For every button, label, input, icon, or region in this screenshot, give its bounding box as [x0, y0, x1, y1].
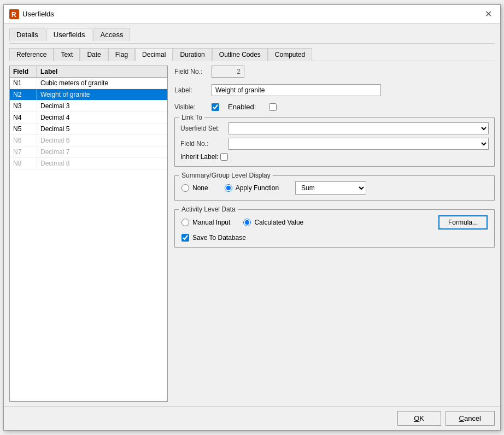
- field-row-n4[interactable]: N4 Decimal 4: [10, 112, 167, 124]
- save-db-row: Save To Database: [181, 234, 488, 242]
- manual-input-label: Manual Input: [192, 219, 230, 226]
- none-radio[interactable]: [181, 184, 189, 192]
- sub-tab-text[interactable]: Text: [54, 48, 80, 61]
- activity-radios: Manual Input Calculated Value: [181, 219, 303, 226]
- field-row-n8[interactable]: N8 Decimal 8: [10, 158, 167, 169]
- ok-rest: K: [419, 414, 424, 422]
- visible-label: Visible:: [174, 103, 207, 111]
- app-icon: R: [9, 9, 19, 19]
- field-row-n5[interactable]: N5 Decimal 5: [10, 124, 167, 135]
- field-id-n4: N4: [10, 112, 37, 123]
- field-label-n3: Decimal 3: [37, 101, 167, 111]
- activity-radio-row: Manual Input Calculated Value Formula...: [181, 215, 488, 230]
- close-button[interactable]: ✕: [482, 8, 495, 21]
- dialog-content: Details Userfields Access Reference Text…: [4, 23, 500, 406]
- tab-userfields[interactable]: Userfields: [46, 28, 92, 42]
- title-bar: R Userfields ✕: [4, 5, 500, 23]
- field-no-input[interactable]: [212, 66, 244, 78]
- field-id-n3: N3: [10, 101, 37, 111]
- title-bar-left: R Userfields: [9, 9, 54, 19]
- field-id-n1: N1: [10, 78, 37, 89]
- save-to-database-checkbox[interactable]: [181, 234, 189, 242]
- calculated-value-label: Calculated Value: [254, 219, 303, 226]
- field-label-n5: Decimal 5: [37, 124, 167, 134]
- summary-group: Summary/Group Level Display None Apply F…: [174, 175, 495, 201]
- function-select[interactable]: Sum Average Min Max Count: [295, 181, 366, 195]
- col-header-field: Field: [10, 66, 37, 77]
- dialog-footer: OK Cancel: [4, 406, 500, 430]
- svg-text:R: R: [11, 11, 16, 19]
- tab-details[interactable]: Details: [9, 28, 45, 41]
- none-radio-group: None: [181, 184, 208, 192]
- userfield-set-row: Userfield Set:: [180, 122, 489, 134]
- manual-input-radio-group: Manual Input: [181, 219, 230, 226]
- right-panel: Field No.: Label: Visible: Enabled:: [174, 66, 495, 402]
- apply-function-radio[interactable]: [225, 184, 232, 192]
- col-header-label: Label: [37, 66, 167, 77]
- field-label-n7: Decimal 7: [37, 146, 167, 157]
- top-tabs: Details Userfields Access: [9, 28, 495, 41]
- sub-tab-date[interactable]: Date: [80, 48, 108, 61]
- field-label-n2: Weight of granite: [37, 89, 167, 100]
- sub-tab-flag[interactable]: Flag: [108, 48, 135, 61]
- calculated-value-radio-group: Calculated Value: [243, 219, 303, 226]
- ok-button[interactable]: OK: [397, 411, 441, 426]
- summary-radio-row: None Apply Function Sum Average Min Max …: [181, 181, 488, 195]
- field-row-n3[interactable]: N3 Decimal 3: [10, 101, 167, 112]
- activity-group-title: Activity Level Data: [179, 205, 238, 213]
- main-area: Field Label N1 Cubic meters of granite N…: [9, 66, 495, 402]
- field-id-n6: N6: [10, 135, 37, 146]
- inherit-label-row: Inherit Label:: [180, 153, 489, 161]
- userfield-set-dropdown-wrapper: [228, 122, 489, 134]
- userfield-set-label: Userfield Set:: [180, 125, 224, 132]
- sub-tab-duration[interactable]: Duration: [173, 48, 212, 61]
- sub-tab-computed[interactable]: Computed: [268, 48, 312, 61]
- link-to-title: Link To: [179, 114, 204, 121]
- cancel-rest: ancel: [464, 414, 481, 422]
- summary-group-title: Summary/Group Level Display: [179, 172, 273, 179]
- none-label: None: [192, 184, 208, 192]
- field-list-header: Field Label: [10, 66, 167, 78]
- sub-tab-reference[interactable]: Reference: [9, 48, 54, 61]
- field-label-n8: Decimal 8: [37, 158, 167, 169]
- field-label-n4: Decimal 4: [37, 112, 167, 123]
- link-field-no-dropdown-wrapper: [228, 138, 489, 150]
- cancel-button[interactable]: Cancel: [446, 411, 495, 426]
- userfield-set-select[interactable]: [228, 122, 489, 134]
- field-row-n6[interactable]: N6 Decimal 6: [10, 135, 167, 146]
- sub-tabs: Reference Text Date Flag Decimal Duratio…: [9, 48, 495, 61]
- formula-button[interactable]: Formula...: [438, 215, 488, 230]
- label-row: Label:: [174, 84, 495, 96]
- field-id-n5: N5: [10, 124, 37, 134]
- link-field-no-select[interactable]: [228, 138, 489, 150]
- enabled-label-text: Enabled:: [228, 103, 256, 111]
- field-row-n1[interactable]: N1 Cubic meters of granite: [10, 78, 167, 89]
- ok-underline: O: [414, 414, 419, 422]
- save-to-database-label: Save To Database: [192, 234, 246, 242]
- visible-checkbox[interactable]: [212, 103, 219, 111]
- calculated-value-radio[interactable]: [243, 219, 251, 226]
- label-label: Label:: [174, 86, 207, 94]
- field-no-row: Field No.:: [174, 66, 495, 78]
- top-tab-bar: Details Userfields Access: [9, 28, 495, 44]
- sub-tab-decimal[interactable]: Decimal: [135, 48, 173, 61]
- dialog-title: Userfields: [22, 10, 54, 18]
- field-id-n2: N2: [10, 89, 37, 100]
- field-id-n7: N7: [10, 146, 37, 157]
- field-row-n7[interactable]: N7 Decimal 7: [10, 146, 167, 158]
- userfields-dialog: R Userfields ✕ Details Userfields Access…: [3, 4, 501, 431]
- sub-tab-outline-codes[interactable]: Outline Codes: [212, 48, 268, 61]
- cancel-underline: C: [459, 414, 464, 422]
- enabled-checkbox[interactable]: [269, 103, 277, 111]
- tab-access[interactable]: Access: [93, 28, 131, 41]
- apply-function-radio-group: Apply Function: [225, 184, 279, 192]
- visible-enabled-group: Enabled:: [212, 103, 277, 111]
- inherit-label-text: Inherit Label:: [180, 153, 218, 161]
- link-field-no-row: Field No.:: [180, 138, 489, 150]
- field-id-n8: N8: [10, 158, 37, 169]
- field-row-n2[interactable]: N2 Weight of granite: [10, 89, 167, 101]
- manual-input-radio[interactable]: [181, 219, 189, 226]
- inherit-label-checkbox[interactable]: [220, 153, 228, 161]
- link-to-group: Link To Userfield Set: Field No.:: [174, 117, 495, 167]
- label-input[interactable]: [212, 84, 381, 96]
